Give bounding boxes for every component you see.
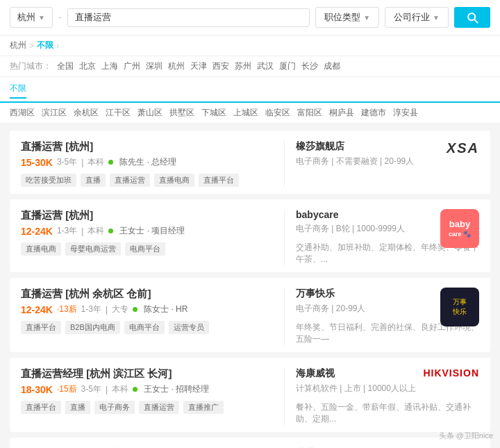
- tags-4: 直播平台 直播 电子商务 直播运营 直播推广: [21, 401, 273, 414]
- hikvision-logo: HIKVISION: [423, 367, 479, 379]
- contact-dot-1: [108, 160, 113, 165]
- tag-3-1[interactable]: 直播平台: [21, 321, 61, 334]
- district-xhu[interactable]: 西湖区: [10, 107, 35, 119]
- babycare-logo-top: baby: [449, 219, 470, 231]
- contact-1: 陈先生 · 总经理: [119, 156, 176, 168]
- city-xian[interactable]: 西安: [212, 60, 229, 72]
- city-xiamen[interactable]: 厦门: [279, 60, 296, 72]
- district-linan[interactable]: 临安区: [265, 107, 290, 119]
- tag-1-1[interactable]: 吃苦接受加班: [21, 174, 76, 187]
- district-shangcheng[interactable]: 上城区: [233, 107, 258, 119]
- city-changsha[interactable]: 长沙: [301, 60, 318, 72]
- search-button[interactable]: [454, 7, 490, 28]
- contact-dot-3: [133, 307, 138, 312]
- tag-3-3[interactable]: 电商平台: [124, 321, 165, 334]
- district-fuyang[interactable]: 富阳区: [297, 107, 322, 119]
- job-meta-2: 12-24K 1-3年 | 本科 王女士 · 项目经理: [21, 225, 273, 237]
- district-chunan[interactable]: 淳安县: [393, 107, 418, 119]
- edu-2: 本科: [88, 225, 104, 237]
- district-binjiang[interactable]: 滨江区: [42, 107, 67, 119]
- district-tonglu[interactable]: 桐庐县: [329, 107, 354, 119]
- search-icon: [465, 10, 479, 24]
- job-title-1[interactable]: 直播运营 [杭州]: [21, 140, 273, 154]
- tag-4-5[interactable]: 直播推广: [183, 401, 224, 414]
- tags-3: 直播平台 B2B国内电商 电商平台 运营专员: [21, 321, 273, 334]
- filter-active-nolimit[interactable]: 不限: [10, 80, 26, 99]
- district-jiande[interactable]: 建德市: [361, 107, 386, 119]
- job-card-3: 直播运营 [杭州 余杭区 仓前] 12-24K ·13薪 1-3年 | 大专 陈…: [10, 278, 490, 352]
- job-type-button[interactable]: 职位类型 ▼: [315, 7, 379, 28]
- city-suzhou[interactable]: 苏州: [235, 60, 251, 72]
- tag-1-5[interactable]: 直播平台: [199, 174, 239, 187]
- district-jianggan[interactable]: 江干区: [106, 107, 131, 119]
- location-value: 杭州: [17, 11, 35, 24]
- job-left-3: 直播运营 [杭州 余杭区 仓前] 12-24K ·13薪 1-3年 | 大专 陈…: [21, 288, 285, 345]
- job-title-2[interactable]: 直播运营 [杭州]: [21, 209, 273, 222]
- city-shanghai[interactable]: 上海: [101, 60, 118, 72]
- company-industry-button[interactable]: 公司行业 ▼: [385, 7, 449, 28]
- sep4: |: [106, 385, 108, 395]
- job-title-4[interactable]: 直播运营经理 [杭州 滨江区 长河]: [21, 367, 273, 381]
- salary-3: 12-24K: [21, 304, 53, 315]
- job-meta-1: 15-30K 3-5年 | 本科 陈先生 · 总经理: [21, 156, 273, 168]
- tag-1-2[interactable]: 直播: [81, 174, 106, 187]
- salary-4: 18-30K: [21, 384, 53, 395]
- experience-2: 1-3年: [57, 225, 77, 237]
- job-title-3[interactable]: 直播运营 [杭州 余杭区 仓前]: [21, 288, 273, 301]
- wsk-logo: 万事快乐: [440, 288, 479, 326]
- district-xiaoshan[interactable]: 萧山区: [138, 107, 162, 119]
- tag-1-3[interactable]: 直播运营: [110, 174, 150, 187]
- tag-4-3[interactable]: 电子商务: [94, 401, 135, 414]
- babycare-logo: baby care 🐾: [440, 209, 479, 248]
- job-right-1: 橡莎旗舰店 电子商务 | 不需要融资 | 20-99人 XSA: [285, 140, 479, 187]
- experience-4: 3-5年: [81, 383, 101, 395]
- tag-3-2[interactable]: B2B国内电商: [65, 321, 120, 334]
- breadcrumb-sep2: ›: [56, 41, 59, 51]
- experience-3: 1-3年: [81, 304, 101, 315]
- tag-2-2[interactable]: 母婴电商运营: [65, 242, 121, 256]
- city-tianjin[interactable]: 天津: [190, 60, 207, 72]
- district-xiacheng[interactable]: 下城区: [201, 107, 226, 119]
- tags-1: 吃苦接受加班 直播 直播运营 直播电商 直播平台: [21, 174, 273, 187]
- company-industry-label: 公司行业: [394, 11, 430, 24]
- city-wuhan[interactable]: 武汉: [257, 60, 274, 72]
- company-logo-4: HIKVISION: [423, 367, 479, 379]
- city-guangzhou[interactable]: 广州: [124, 60, 140, 72]
- edu-3: 大专: [112, 304, 128, 315]
- district-gongshu[interactable]: 拱墅区: [169, 107, 194, 119]
- babycare-logo-bottom: care 🐾: [449, 231, 471, 239]
- job-type-label: 职位类型: [324, 11, 360, 24]
- tag-3-4[interactable]: 运营专员: [169, 321, 209, 334]
- tag-4-4[interactable]: 直播运营: [139, 401, 179, 414]
- city-hangzhou[interactable]: 杭州: [168, 60, 185, 72]
- job-card-4: 直播运营经理 [杭州 滨江区 长河] 18-30K ·15薪 3-5年 | 本科…: [10, 358, 490, 432]
- job-right-3: 万事快乐 电子商务 | 20-99人 年终奖、节日福利、完善的社保、良好工作环境…: [285, 288, 479, 345]
- watermark: 头条 @卫阳nice: [439, 431, 493, 441]
- city-chengdu[interactable]: 成都: [324, 60, 340, 72]
- job-meta-3: 12-24K ·13薪 1-3年 | 大专 陈女士 · HR: [21, 304, 273, 315]
- breadcrumb-current[interactable]: 不限: [37, 40, 53, 51]
- job-list: 直播运营 [杭州] 15-30K 3-5年 | 本科 陈先生 · 总经理 吃苦接…: [0, 124, 500, 448]
- contact-dot-2: [108, 229, 113, 233]
- salary-extra-4: ·15薪: [57, 383, 77, 395]
- city-all[interactable]: 全国: [57, 60, 74, 72]
- tag-2-3[interactable]: 电商平台: [125, 242, 165, 256]
- company-logo-2: baby care 🐾: [440, 209, 479, 248]
- tag-4-2[interactable]: 直播: [65, 401, 90, 414]
- search-input[interactable]: [67, 8, 310, 27]
- salary-extra-3: ·13薪: [57, 304, 77, 315]
- city-shenzhen[interactable]: 深圳: [146, 60, 162, 72]
- breadcrumb-home[interactable]: 杭州: [10, 40, 26, 51]
- contact-3: 陈女士 · HR: [144, 304, 188, 315]
- district-yuhang[interactable]: 余杭区: [74, 107, 99, 119]
- city-beijing[interactable]: 北京: [79, 60, 96, 72]
- tag-2-1[interactable]: 直播电商: [21, 242, 61, 256]
- company-industry-chevron-icon: ▼: [433, 14, 440, 22]
- location-select[interactable]: 杭州 ▼: [10, 7, 53, 28]
- breadcrumb-sep: >: [29, 41, 34, 51]
- tag-4-1[interactable]: 直播平台: [21, 401, 61, 414]
- edu-4: 本科: [112, 383, 128, 395]
- header: 杭州 ▼ - 职位类型 ▼ 公司行业 ▼: [0, 0, 500, 35]
- tag-1-4[interactable]: 直播电商: [154, 174, 194, 187]
- wsk-logo-inner: 万事快乐: [453, 297, 467, 317]
